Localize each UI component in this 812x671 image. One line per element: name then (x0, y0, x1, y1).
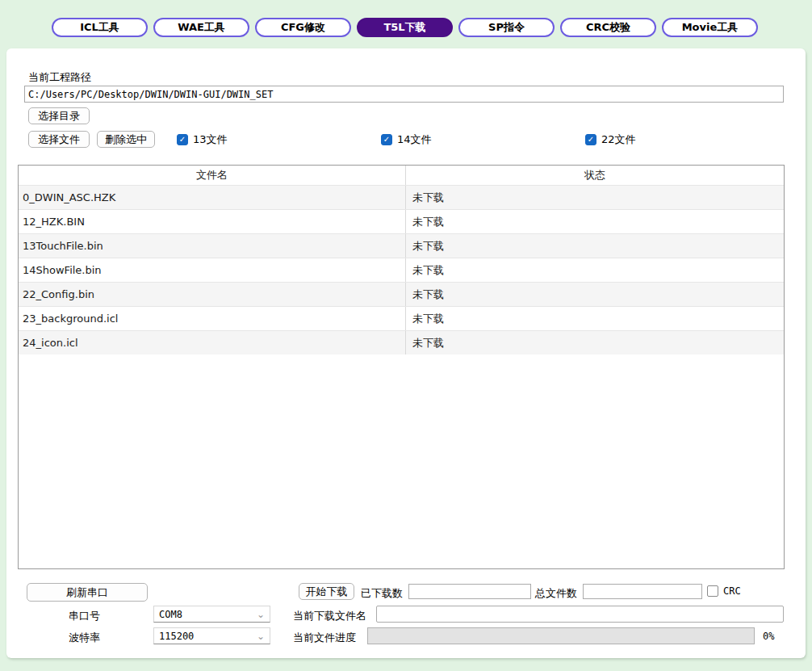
baud-rate-select[interactable]: 115200 ⌄ (153, 627, 270, 644)
file-name-cell: 12_HZK.BIN (19, 210, 406, 233)
tab-cfg-edit[interactable]: CFG修改 (255, 18, 351, 37)
file-status-cell: 未下载 (406, 210, 784, 233)
file-status-cell: 未下载 (406, 331, 784, 354)
table-row[interactable]: 22_Config.bin 未下载 (19, 282, 784, 306)
current-file-label: 当前下载文件名 (293, 609, 366, 623)
file-name-cell: 0_DWIN_ASC.HZK (19, 186, 406, 209)
file-table: 文件名 状态 0_DWIN_ASC.HZK 未下载 12_HZK.BIN 未下载… (18, 165, 785, 569)
serial-port-value: COM8 (159, 609, 182, 620)
table-row[interactable]: 13TouchFile.bin 未下载 (19, 233, 784, 258)
tab-bar: ICL工具 WAE工具 CFG修改 T5L下载 SP指令 CRC校验 Movie… (52, 18, 758, 37)
table-row[interactable]: 0_DWIN_ASC.HZK 未下载 (19, 185, 784, 209)
file-progress-label: 当前文件进度 (293, 631, 356, 645)
tab-icl-tools[interactable]: ICL工具 (52, 18, 148, 37)
filter-14-row: 14文件 (381, 132, 432, 147)
tab-t5l-download[interactable]: T5L下载 (357, 18, 453, 37)
file-progress-percent: 0% (763, 631, 774, 642)
table-row[interactable]: 14ShowFile.bin 未下载 (19, 258, 784, 282)
project-path-input[interactable] (24, 86, 784, 103)
filter-13-row: 13文件 (177, 132, 228, 147)
file-status-cell: 未下载 (406, 258, 784, 282)
tab-sp-command[interactable]: SP指令 (458, 18, 555, 37)
current-file-input[interactable] (376, 606, 784, 623)
chevron-down-icon: ⌄ (257, 610, 265, 619)
filter-13-label: 13文件 (193, 132, 228, 147)
file-name-cell: 24_icon.icl (19, 331, 406, 354)
column-header-status: 状态 (406, 166, 784, 185)
start-download-button[interactable]: 开始下载 (299, 583, 354, 600)
crc-option: CRC (707, 585, 741, 597)
file-status-cell: 未下载 (406, 307, 784, 330)
downloaded-count-input[interactable] (408, 584, 531, 599)
file-status-cell: 未下载 (406, 283, 784, 306)
table-row[interactable]: 12_HZK.BIN 未下载 (19, 209, 784, 233)
file-name-cell: 23_background.icl (19, 307, 406, 330)
file-name-cell: 22_Config.bin (19, 283, 406, 306)
file-name-cell: 13TouchFile.bin (19, 234, 406, 258)
tab-crc-check[interactable]: CRC校验 (560, 18, 656, 37)
select-file-button[interactable]: 选择文件 (28, 131, 90, 148)
tab-movie-tools[interactable]: Movie工具 (662, 18, 758, 37)
filter-22-checkbox[interactable] (585, 134, 596, 145)
crc-label: CRC (723, 585, 741, 597)
file-name-cell: 14ShowFile.bin (19, 258, 406, 282)
refresh-serial-button[interactable]: 刷新串口 (27, 583, 148, 602)
filter-22-label: 22文件 (601, 132, 636, 147)
chevron-down-icon: ⌄ (257, 631, 265, 641)
file-progress-bar (367, 627, 755, 644)
filter-14-label: 14文件 (397, 132, 432, 147)
table-row[interactable]: 24_icon.icl 未下载 (19, 330, 784, 354)
table-row[interactable]: 23_background.icl 未下载 (19, 306, 784, 330)
select-directory-button[interactable]: 选择目录 (28, 107, 90, 124)
tab-wae-tools[interactable]: WAE工具 (153, 18, 249, 37)
project-path-label: 当前工程路径 (28, 70, 91, 85)
crc-checkbox[interactable] (707, 585, 718, 597)
file-status-cell: 未下载 (406, 186, 784, 209)
column-header-filename: 文件名 (19, 166, 406, 185)
filter-13-checkbox[interactable] (177, 134, 188, 145)
filter-14-checkbox[interactable] (381, 134, 392, 145)
baud-rate-value: 115200 (159, 631, 194, 642)
filter-22-row: 22文件 (585, 132, 636, 147)
baud-rate-label: 波特率 (69, 631, 100, 645)
total-files-input[interactable] (583, 584, 702, 599)
file-table-header: 文件名 状态 (19, 166, 784, 185)
total-files-label: 总文件数 (535, 586, 577, 601)
delete-selected-button[interactable]: 删除选中 (97, 131, 155, 148)
file-status-cell: 未下载 (406, 234, 784, 258)
downloaded-count-label: 已下载数 (361, 586, 403, 601)
serial-port-select[interactable]: COM8 ⌄ (153, 606, 270, 623)
serial-port-label: 串口号 (69, 609, 100, 623)
main-panel: 当前工程路径 选择目录 选择文件 删除选中 13文件 14文件 22文件 文件名… (6, 48, 806, 658)
